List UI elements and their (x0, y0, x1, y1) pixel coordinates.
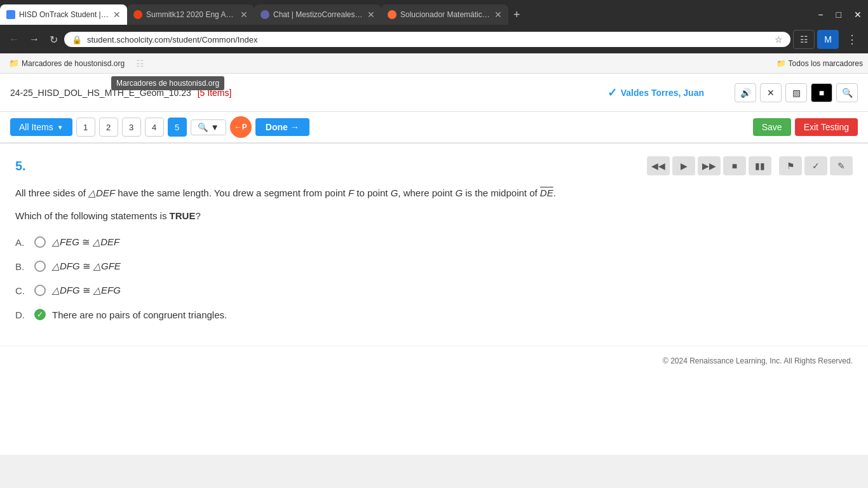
profile-button[interactable]: M (817, 30, 839, 49)
audio-stop-button[interactable]: ■ (723, 156, 746, 175)
menu-button[interactable]: ⋮ (841, 30, 863, 49)
bookmark-hisd[interactable]: 📁 Marcadores de houstonisd.org (5, 57, 128, 69)
bookmarks-right: 📁 Todos los marcadores (776, 59, 863, 68)
close-toolbar-button[interactable]: ✕ (760, 83, 782, 102)
option-b: B. △DFG ≅ △GFE (15, 261, 853, 272)
option-d-label: D. (15, 309, 28, 320)
toolbar-right: 🔊 ✕ ▨ ■ 🔍 (735, 83, 858, 102)
tab-sol[interactable]: Solucionador Matemático Al G... ✕ (381, 4, 508, 25)
option-a-text: △FEG ≅ △DEF (52, 236, 119, 248)
tab-favicon-hisd (6, 10, 15, 19)
tab-teams[interactable]: Chat | MestizoCorreales, Maico... ✕ (254, 4, 381, 25)
tab-title-teams: Chat | MestizoCorreales, Maico... (273, 10, 363, 19)
apps-icon[interactable]: ☷ (136, 58, 144, 69)
all-items-button[interactable]: All Items ▼ (10, 118, 72, 136)
secure-icon: 🔒 (72, 35, 82, 44)
audio-play-button[interactable]: ▶ (672, 156, 695, 175)
option-c-text: △DFG ≅ △EFG (52, 285, 121, 296)
tab-title-sol: Solucionador Matemático Al G... (400, 10, 491, 19)
search-button[interactable]: 🔍 ▼ (191, 119, 226, 135)
question-text: All three sides of △DEF have the same le… (15, 186, 853, 201)
edit-button[interactable]: ✎ (830, 156, 853, 175)
bookmark-folder-icon: 📁 (9, 58, 19, 68)
search-arrow-icon: ▼ (211, 123, 219, 132)
user-verified-icon: ✓ (607, 86, 617, 100)
minimize-button[interactable]: − (811, 4, 829, 25)
tab-title-hisd: HISD OnTrack Student | Renais (19, 10, 109, 19)
option-b-text: △DFG ≅ △GFE (52, 261, 121, 272)
close-button[interactable]: ✕ (848, 4, 868, 25)
tab-favicon-summit (133, 10, 142, 19)
tab-favicon-teams (261, 10, 269, 19)
option-c-label: C. (15, 285, 28, 296)
contrast-button[interactable]: ■ (811, 83, 832, 102)
done-label: Done (266, 122, 288, 132)
option-a: A. △FEG ≅ △DEF (15, 236, 853, 248)
search-icon: 🔍 (198, 123, 208, 132)
tab-close-teams[interactable]: ✕ (367, 10, 375, 20)
footer-text: © 2024 Renaissance Learning, Inc. All Ri… (663, 356, 853, 365)
option-b-radio[interactable] (34, 261, 46, 272)
footer: © 2024 Renaissance Learning, Inc. All Ri… (0, 346, 868, 376)
flag-button[interactable]: ⚑ (779, 156, 802, 175)
audio-button[interactable]: 🔊 (735, 83, 756, 102)
save-button[interactable]: Save (753, 118, 791, 136)
bookmark-star-icon[interactable]: ☆ (775, 34, 783, 44)
maximize-button[interactable]: □ (830, 4, 848, 25)
page-2-button[interactable]: 2 (99, 118, 118, 137)
all-items-arrow-icon: ▼ (57, 124, 64, 131)
all-bookmarks-label: Todos los marcadores (789, 59, 863, 68)
app-content: 24-25_HISD_DOL_HS_MTH_E_Geom_10.23 [5 It… (0, 74, 868, 455)
tab-favicon-sol (388, 10, 397, 19)
option-d-radio[interactable] (34, 309, 46, 320)
zoom-button[interactable]: 🔍 (836, 83, 858, 102)
extensions-button[interactable]: ☷ (793, 30, 815, 49)
back-nav-button[interactable]: ← (5, 31, 23, 48)
options-list: A. △FEG ≅ △DEF B. △DFG ≅ △GFE C. △DFG ≅ … (15, 236, 853, 320)
bookmark-hisd-label: Marcadores de houstonisd.org (22, 59, 125, 68)
question-area: 5. ◀◀ ▶ ▶▶ ■ ▮▮ ⚑ ✓ ✎ All three sides of… (0, 144, 868, 346)
browser-window: HISD OnTrack Student | Renais ✕ Summitk1… (0, 0, 868, 455)
page-5-button[interactable]: 5 (168, 118, 187, 137)
tab-hisd[interactable]: HISD OnTrack Student | Renais ✕ (0, 4, 127, 25)
page-3-button[interactable]: 3 (122, 118, 141, 137)
address-bar: ← → ↻ 🔒 student.schoolcity.com/student/C… (0, 25, 868, 53)
question-number: 5. (15, 159, 26, 173)
back-page-button[interactable]: ←P (230, 116, 252, 138)
tab-close-hisd[interactable]: ✕ (113, 10, 121, 20)
check-answer-button[interactable]: ✓ (804, 156, 827, 175)
reload-button[interactable]: ↻ (46, 31, 62, 48)
window-controls: − □ ✕ (811, 4, 868, 25)
settings-button[interactable]: ▨ (785, 83, 807, 102)
page-4-button[interactable]: 4 (145, 118, 164, 137)
url-bar[interactable]: 🔒 student.schoolcity.com/student/Common/… (64, 32, 790, 47)
done-button[interactable]: Done → (255, 118, 309, 136)
tooltip-text: Marcadores de houstonisd.org (116, 79, 219, 88)
page-1-button[interactable]: 1 (76, 118, 95, 137)
url-icons: ☆ (775, 34, 783, 44)
exit-testing-button[interactable]: Exit Testing (795, 118, 858, 136)
option-c-radio[interactable] (34, 285, 46, 296)
audio-rewind-button[interactable]: ◀◀ (647, 156, 670, 175)
audio-controls: ◀◀ ▶ ▶▶ ■ ▮▮ ⚑ ✓ ✎ (647, 156, 853, 175)
audio-forward-button[interactable]: ▶▶ (698, 156, 721, 175)
option-b-label: B. (15, 261, 28, 272)
bookmarks-bar: 📁 Marcadores de houstonisd.org ☷ 📁 Todos… (0, 53, 868, 74)
tab-summit[interactable]: Summitk12 2020 Eng ALLD P... ✕ (127, 4, 254, 25)
option-d-text: There are no pairs of congruent triangle… (52, 309, 227, 320)
forward-nav-button[interactable]: → (25, 31, 43, 48)
option-a-radio[interactable] (34, 236, 46, 248)
tab-bar: HISD OnTrack Student | Renais ✕ Summitk1… (0, 0, 868, 25)
url-text: student.schoolcity.com/student/Common/In… (87, 35, 770, 44)
all-items-label: All Items (19, 122, 53, 132)
tab-title-summit: Summitk12 2020 Eng ALLD P... (146, 10, 236, 19)
question-header: 5. ◀◀ ▶ ▶▶ ■ ▮▮ ⚑ ✓ ✎ (15, 156, 853, 175)
tab-close-sol[interactable]: ✕ (494, 10, 502, 20)
tooltip-popup: Marcadores de houstonisd.org (111, 76, 224, 90)
new-tab-button[interactable]: + (508, 8, 526, 22)
audio-pause-button[interactable]: ▮▮ (749, 156, 771, 175)
tab-close-summit[interactable]: ✕ (240, 10, 248, 20)
done-arrow-icon: → (290, 122, 299, 132)
nav-toolbar: All Items ▼ 1 2 3 4 5 🔍 ▼ ←P Done → Save… (0, 112, 868, 144)
user-name: Valdes Torres, Juan (621, 88, 704, 98)
